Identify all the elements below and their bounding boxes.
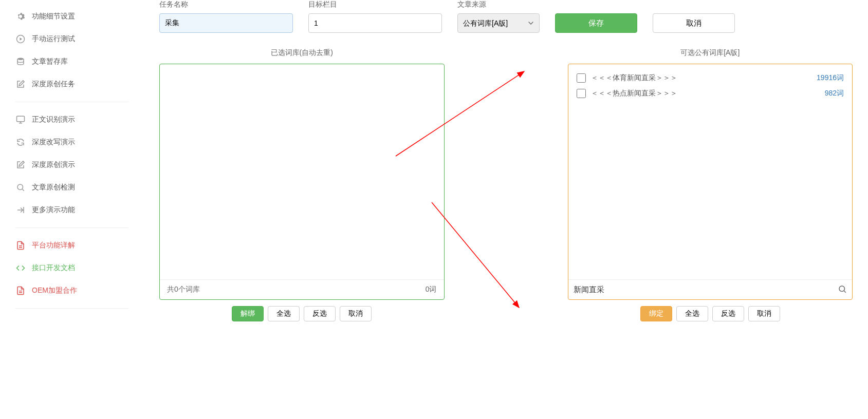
cancel-sel-button[interactable]: 取消 <box>340 306 372 321</box>
panels-wrap: 已选词库(自动去重) 共0个词库 0词 解绑 全选 反选 取消 可选公有词库[A… <box>159 48 853 321</box>
sidebar-item-label: 功能细节设置 <box>32 12 75 21</box>
sidebar-item-label: 深度原创任务 <box>32 80 75 89</box>
divider <box>15 308 128 309</box>
sidebar-item-manual-run[interactable]: 手动运行测试 <box>15 28 128 50</box>
source-group: 文章来源 公有词库[A版] <box>457 0 540 33</box>
svg-point-3 <box>17 184 23 190</box>
sidebar-item-api-docs[interactable]: 接口开发文档 <box>15 257 128 279</box>
sidebar-item-label: 手动运行测试 <box>32 34 75 44</box>
monitor-icon <box>15 115 26 125</box>
available-panel-box: ＜＜＜体育新闻直采＞＞＞ 19916词 ＜＜＜热点新闻直采＞＞＞ 982词 <box>568 64 853 300</box>
code-icon <box>15 263 26 273</box>
lib-name: ＜＜＜体育新闻直采＞＞＞ <box>591 73 817 83</box>
svg-point-4 <box>839 286 845 292</box>
select-all-button[interactable]: 全选 <box>268 306 300 321</box>
search-icon <box>15 182 26 193</box>
lib-checkbox[interactable] <box>577 89 586 98</box>
select-all-button[interactable]: 全选 <box>676 306 708 321</box>
lib-item[interactable]: ＜＜＜体育新闻直采＞＞＞ 19916词 <box>575 70 846 86</box>
sidebar-item-settings[interactable]: 功能细节设置 <box>15 5 128 28</box>
database-icon <box>15 56 26 67</box>
selected-panel-box: 共0个词库 0词 <box>159 64 445 300</box>
sidebar-item-label: OEM加盟合作 <box>32 286 77 295</box>
sidebar: 功能细节设置 手动运行测试 文章暂存库 深度原创任务 正文识别演示 <box>0 0 144 321</box>
selected-words-label: 0词 <box>426 285 437 294</box>
sidebar-item-original-demo[interactable]: 深度原创演示 <box>15 154 128 176</box>
available-panel-body: ＜＜＜体育新闻直采＞＞＞ 19916词 ＜＜＜热点新闻直采＞＞＞ 982词 <box>568 64 853 279</box>
edit-icon <box>15 160 26 170</box>
edit-icon <box>15 79 26 89</box>
lib-checkbox[interactable] <box>577 73 586 83</box>
divider <box>15 102 128 102</box>
sidebar-item-label: 深度原创演示 <box>32 160 75 169</box>
share-icon <box>15 205 26 215</box>
main-content: 任务名称 目标栏目 文章来源 公有词库[A版] 保存 取消 已选词库(自动去重) <box>144 0 868 321</box>
available-libs-panel: 可选公有词库[A版] ＜＜＜体育新闻直采＞＞＞ 19916词 ＜＜＜热点新闻直采… <box>568 48 853 321</box>
sidebar-item-deep-original-task[interactable]: 深度原创任务 <box>15 73 128 96</box>
invert-button[interactable]: 反选 <box>712 306 744 321</box>
unbind-button[interactable]: 解绑 <box>232 306 264 321</box>
sidebar-item-label: 文章原创检测 <box>32 183 75 192</box>
selected-button-row: 解绑 全选 反选 取消 <box>232 306 372 321</box>
task-name-label: 任务名称 <box>159 0 293 9</box>
target-column-group: 目标栏目 <box>308 0 442 33</box>
sidebar-item-body-demo[interactable]: 正文识别演示 <box>15 108 128 131</box>
available-panel-footer <box>568 279 853 299</box>
sidebar-item-rewrite-demo[interactable]: 深度改写演示 <box>15 131 128 154</box>
svg-line-7 <box>432 202 519 308</box>
task-name-input[interactable] <box>159 13 293 33</box>
selected-panel-body <box>160 64 444 279</box>
sidebar-item-more-demo[interactable]: 更多演示功能 <box>15 199 128 221</box>
available-button-row: 绑定 全选 反选 取消 <box>640 306 780 321</box>
target-column-input[interactable] <box>308 13 442 33</box>
svg-rect-2 <box>17 116 25 122</box>
target-column-label: 目标栏目 <box>308 0 442 9</box>
lib-search-input[interactable] <box>574 280 838 299</box>
lib-item[interactable]: ＜＜＜热点新闻直采＞＞＞ 982词 <box>575 86 846 101</box>
cancel-avail-button[interactable]: 取消 <box>748 306 780 321</box>
sidebar-item-label: 正文识别演示 <box>32 115 75 124</box>
sidebar-item-label: 接口开发文档 <box>32 263 75 273</box>
selected-panel-title: 已选词库(自动去重) <box>271 48 333 58</box>
selected-libs-panel: 已选词库(自动去重) 共0个词库 0词 解绑 全选 反选 取消 <box>159 48 445 321</box>
sidebar-item-article-storage[interactable]: 文章暂存库 <box>15 50 128 73</box>
lib-count: 982词 <box>825 89 844 98</box>
available-panel-title: 可选公有词库[A版] <box>680 48 740 58</box>
divider <box>15 227 128 228</box>
sidebar-item-oem[interactable]: OEM加盟合作 <box>15 279 128 302</box>
cancel-button[interactable]: 取消 <box>653 13 735 33</box>
task-name-group: 任务名称 <box>159 0 293 33</box>
file-icon <box>15 240 26 251</box>
source-label: 文章来源 <box>457 0 540 9</box>
refresh-icon <box>15 137 26 147</box>
selected-panel-footer: 共0个词库 0词 <box>160 279 444 299</box>
sidebar-item-label: 深度改写演示 <box>32 138 75 147</box>
bind-button[interactable]: 绑定 <box>640 306 672 321</box>
sidebar-item-label: 文章暂存库 <box>32 57 68 66</box>
save-button[interactable]: 保存 <box>555 13 637 33</box>
svg-point-1 <box>17 58 24 61</box>
file-icon <box>15 285 26 296</box>
lib-count: 19916词 <box>817 73 844 83</box>
sidebar-item-plagiarism-check[interactable]: 文章原创检测 <box>15 176 128 199</box>
search-icon[interactable] <box>838 284 847 295</box>
sidebar-item-label: 更多演示功能 <box>32 205 75 215</box>
source-select[interactable]: 公有词库[A版] <box>457 13 540 33</box>
play-icon <box>15 34 26 44</box>
sidebar-item-label: 平台功能详解 <box>32 241 75 250</box>
sidebar-item-platform-docs[interactable]: 平台功能详解 <box>15 234 128 257</box>
form-row: 任务名称 目标栏目 文章来源 公有词库[A版] 保存 取消 <box>159 0 853 33</box>
gear-icon <box>15 11 26 22</box>
lib-name: ＜＜＜热点新闻直采＞＞＞ <box>591 89 825 98</box>
invert-button[interactable]: 反选 <box>304 306 336 321</box>
selected-count-label: 共0个词库 <box>167 285 200 294</box>
